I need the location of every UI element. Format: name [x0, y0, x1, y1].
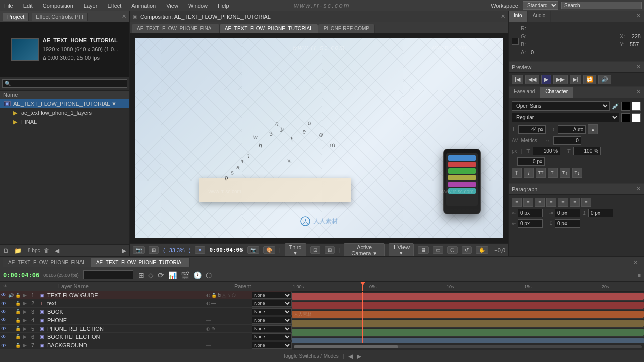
transparency-btn[interactable]: ⬡	[447, 246, 458, 254]
indent-left-input[interactable]	[518, 209, 543, 217]
tl-mode-btn1[interactable]: ⊞	[137, 270, 145, 280]
active-camera-btn[interactable]: Active Camera ▼	[344, 243, 385, 257]
new-item-btn[interactable]: 🗋	[2, 246, 10, 255]
audio-btn[interactable]: 🔊	[598, 75, 611, 84]
tl-close-btn[interactable]: ✕	[630, 258, 641, 267]
folder-btn[interactable]: 📁	[13, 246, 23, 255]
sw-lock-1[interactable]: 🔒	[211, 293, 217, 298]
menu-layer[interactable]: Layer	[82, 2, 100, 10]
tl-mode-btn6[interactable]: 🕐	[192, 270, 203, 280]
render-quality-btn[interactable]: 🖥	[418, 246, 429, 254]
sw-fx-2[interactable]: —	[211, 301, 216, 306]
bold-btn[interactable]: T	[512, 168, 522, 178]
swatch-black[interactable]	[621, 102, 630, 111]
align-justify-center-btn[interactable]: ≡	[570, 198, 580, 207]
play-btn[interactable]: ▶	[541, 75, 551, 84]
align-left-btn[interactable]: ≡	[512, 198, 522, 207]
search-help-input[interactable]	[561, 2, 642, 9]
tab-effect-controls[interactable]: Effect Controls: PH	[32, 13, 87, 21]
info-panel-close[interactable]: ✕	[633, 11, 644, 22]
first-indent-input[interactable]	[518, 219, 543, 228]
visibility-toggle-3[interactable]: 👁	[0, 308, 7, 315]
pan-btn[interactable]: ✋	[476, 246, 488, 254]
menu-window[interactable]: Window	[186, 2, 210, 10]
reset-btn[interactable]: ↺	[462, 246, 472, 254]
collapse-toggle-7[interactable]: ▶	[21, 342, 28, 349]
baseline-input[interactable]	[517, 157, 545, 166]
align-center-btn[interactable]: ≡	[523, 198, 533, 207]
paragraph-panel-close[interactable]: ✕	[636, 186, 641, 192]
comp-subtab-final[interactable]: AE_TEXT_FLOW_PHONE_FINAL	[132, 24, 220, 33]
camera-btn[interactable]: 📷	[247, 246, 259, 254]
visibility-toggle-7[interactable]: 👁	[0, 342, 7, 349]
audio-toggle-3[interactable]	[7, 308, 14, 315]
audio-toggle-7[interactable]	[7, 342, 14, 349]
track-bar-4[interactable]	[292, 320, 644, 327]
sw-4[interactable]: —	[206, 318, 211, 323]
tl-mode-btn5[interactable]: 🎬	[180, 270, 190, 280]
font-size-input[interactable]	[518, 125, 546, 134]
grid-btn[interactable]: ⊞	[149, 246, 159, 254]
lock-toggle-5[interactable]: 🔓	[14, 325, 21, 332]
super-btn[interactable]: T↑	[560, 168, 570, 178]
menu-composition[interactable]: Composition	[41, 2, 75, 10]
audio-toggle-4[interactable]	[7, 317, 14, 324]
tl-mode-btn2[interactable]: ◇	[147, 270, 155, 280]
pixel-aspect-btn[interactable]: ▭	[433, 246, 443, 254]
sw-5c[interactable]: —	[216, 326, 221, 331]
loop-btn[interactable]: 🔁	[583, 75, 596, 84]
delete-btn[interactable]: 🗑	[43, 246, 51, 255]
track-bar-6[interactable]	[292, 338, 644, 343]
lock-toggle-4[interactable]: 🔓	[14, 317, 21, 324]
visibility-toggle-1[interactable]: 👁	[0, 292, 7, 299]
comp-subtab-tutorial[interactable]: AE_TEXT_FLOW_PHONE_TUTORIAL	[220, 24, 318, 33]
collapse-toggle-1[interactable]: ▶	[21, 292, 28, 299]
grid-overlay-btn[interactable]: ⊞	[325, 246, 335, 254]
tl-bottom-btn1[interactable]: ◀	[348, 353, 353, 360]
sub-btn[interactable]: T↓	[572, 168, 582, 178]
menu-effect[interactable]: Effect	[105, 2, 123, 10]
parent-select-2[interactable]: None	[252, 300, 292, 307]
go-to-end-btn[interactable]: ▶|	[570, 75, 581, 84]
project-item-layers-folder[interactable]: ▶ ae_textflow_phone_1_layers	[8, 108, 129, 117]
prev-btn[interactable]: ◀	[54, 246, 60, 255]
go-to-start-btn[interactable]: |◀	[512, 75, 523, 84]
lock-toggle-1[interactable]: 🔓	[14, 292, 21, 299]
visibility-toggle-5[interactable]: 👁	[0, 325, 7, 332]
menu-file[interactable]: File	[2, 2, 15, 10]
swatch-black-2[interactable]	[621, 113, 630, 122]
parent-select-5[interactable]: None	[252, 325, 292, 332]
sw-3d-1[interactable]: ⬡	[232, 293, 236, 298]
align-right-btn[interactable]: ≡	[535, 198, 545, 207]
horiz-scale-input[interactable]	[573, 147, 601, 155]
sw-fx-1[interactable]: fx	[218, 293, 221, 298]
toggle-switches-label[interactable]: Toggle Switches / Modes	[283, 353, 339, 359]
parent-select-7[interactable]: None	[252, 342, 292, 349]
lock-toggle-3[interactable]: 🔓	[14, 308, 21, 315]
next-btn[interactable]: ▶	[121, 246, 127, 255]
sw-solo-2[interactable]: ◐	[206, 301, 210, 306]
space-bottom-input[interactable]	[555, 219, 580, 228]
tl-search-input[interactable]	[83, 270, 133, 279]
visibility-toggle-6[interactable]: 👁	[0, 333, 7, 340]
track-bar-5[interactable]	[292, 329, 644, 336]
snapshot-btn[interactable]: 📷	[133, 246, 145, 254]
collapse-toggle-5[interactable]: ▶	[21, 325, 28, 332]
swatch-white-2[interactable]	[632, 113, 641, 122]
track-bar-1[interactable]	[292, 293, 644, 300]
comp-close-btn[interactable]: ✕	[501, 13, 505, 20]
tab-ease-and-wizz[interactable]: Ease and	[509, 87, 540, 98]
third-view-select[interactable]: Third ▼	[285, 243, 306, 256]
line-height-input[interactable]	[558, 125, 586, 134]
project-item-final-folder[interactable]: ▶ FINAL	[8, 117, 129, 126]
visibility-toggle-2[interactable]: 👁	[0, 300, 7, 307]
comp-menu-icon[interactable]: ≡	[495, 14, 498, 20]
char-panel-close[interactable]: ✕	[633, 87, 644, 98]
sw-motion-1[interactable]: △	[222, 293, 226, 298]
menu-help[interactable]: Help	[216, 2, 231, 10]
tl-mode-btn7[interactable]: ⬡	[205, 270, 213, 280]
project-item-main-comp[interactable]: ▣ AE_TEXT_FLOW_PHONE_TUTORIAL ▼	[0, 99, 129, 108]
scroll-track[interactable]	[294, 345, 642, 348]
workspace-select[interactable]: Standard	[523, 1, 558, 10]
parent-select-3[interactable]: None	[252, 308, 292, 315]
